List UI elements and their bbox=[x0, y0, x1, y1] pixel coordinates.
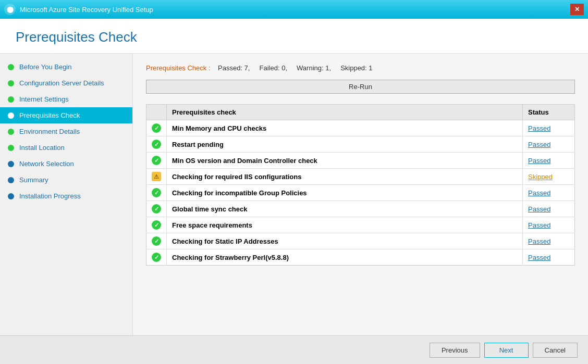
row-icon-0: ✓ bbox=[146, 120, 167, 136]
green-check-icon: ✓ bbox=[152, 156, 161, 165]
bottom-bar: Previous Next Cancel bbox=[0, 335, 588, 364]
summary-warning: Warning: 1, bbox=[297, 64, 331, 72]
green-check-icon: ✓ bbox=[152, 140, 161, 149]
summary-failed: Failed: 0, bbox=[260, 64, 287, 72]
title-bar: ⬤ Microsoft Azure Site Recovery Unified … bbox=[0, 0, 588, 19]
sidebar-label-internet-settings: Internet Settings bbox=[19, 95, 69, 103]
row-check-3: Checking for required IIS configurations bbox=[167, 169, 523, 185]
status-link-7[interactable]: Passed bbox=[528, 237, 550, 245]
status-link-0[interactable]: Passed bbox=[528, 124, 550, 132]
green-check-icon: ✓ bbox=[152, 253, 161, 262]
row-check-7: Checking for Static IP Addresses bbox=[167, 233, 523, 249]
sidebar-dot-internet-settings bbox=[8, 96, 14, 103]
row-icon-6: ✓ bbox=[146, 217, 167, 233]
row-status-4[interactable]: Passed bbox=[523, 185, 575, 201]
sidebar-label-prerequisites-check: Prerequisites Check bbox=[19, 111, 80, 119]
row-status-8[interactable]: Passed bbox=[523, 249, 575, 266]
row-status-0[interactable]: Passed bbox=[523, 120, 575, 136]
sidebar-dot-configuration-server bbox=[8, 80, 14, 86]
sidebar-dot-summary bbox=[8, 177, 14, 183]
sidebar-dot-prerequisites-check bbox=[8, 112, 14, 119]
table-row: ✓Free space requirementsPassed bbox=[146, 217, 575, 233]
green-check-icon: ✓ bbox=[152, 220, 161, 230]
sidebar-item-installation-progress[interactable]: Installation Progress bbox=[0, 188, 132, 204]
table-row: ✓Min Memory and CPU checksPassed bbox=[146, 120, 575, 136]
content-area: Before You BeginConfiguration Server Det… bbox=[0, 54, 588, 335]
sidebar-item-install-location[interactable]: Install Location bbox=[0, 140, 132, 156]
rerun-button[interactable]: Re-Run bbox=[146, 80, 575, 94]
green-check-icon: ✓ bbox=[152, 204, 161, 214]
sidebar-item-environment-details[interactable]: Environment Details bbox=[0, 123, 132, 140]
col-icon bbox=[146, 105, 167, 120]
sidebar: Before You BeginConfiguration Server Det… bbox=[0, 54, 133, 335]
table-row: ✓Global time sync checkPassed bbox=[146, 201, 575, 217]
status-link-4[interactable]: Passed bbox=[528, 189, 550, 197]
table-row: ✓Min OS version and Domain Controller ch… bbox=[146, 153, 575, 169]
summary-passed: Passed: 7, bbox=[218, 64, 250, 72]
row-status-5[interactable]: Passed bbox=[523, 201, 575, 217]
row-check-8: Checking for Strawberry Perl(v5.8.8) bbox=[167, 249, 523, 266]
row-check-5: Global time sync check bbox=[167, 201, 523, 217]
row-icon-8: ✓ bbox=[146, 249, 167, 266]
row-icon-4: ✓ bbox=[146, 185, 167, 201]
table-row: ✓Checking for Strawberry Perl(v5.8.8)Pas… bbox=[146, 249, 575, 266]
warning-icon: ⚠ bbox=[152, 172, 161, 181]
close-button[interactable]: ✕ bbox=[570, 4, 584, 15]
green-check-icon: ✓ bbox=[152, 123, 161, 133]
table-row: ✓Restart pendingPassed bbox=[146, 136, 575, 153]
table-row: ⚠Checking for required IIS configuration… bbox=[146, 169, 575, 185]
sidebar-item-internet-settings[interactable]: Internet Settings bbox=[0, 91, 132, 107]
col-check: Prerequisites check bbox=[167, 105, 523, 120]
row-icon-2: ✓ bbox=[146, 153, 167, 169]
title-bar-text: Microsoft Azure Site Recovery Unified Se… bbox=[20, 6, 153, 14]
row-status-2[interactable]: Passed bbox=[523, 153, 575, 169]
row-icon-3: ⚠ bbox=[146, 169, 167, 185]
row-icon-5: ✓ bbox=[146, 201, 167, 217]
row-check-2: Min OS version and Domain Controller che… bbox=[167, 153, 523, 169]
sidebar-item-network-selection[interactable]: Network Selection bbox=[0, 156, 132, 172]
row-icon-1: ✓ bbox=[146, 136, 167, 153]
sidebar-label-network-selection: Network Selection bbox=[19, 160, 74, 168]
sidebar-label-installation-progress: Installation Progress bbox=[19, 192, 81, 200]
col-status: Status bbox=[523, 105, 575, 120]
cancel-button[interactable]: Cancel bbox=[533, 343, 578, 358]
sidebar-dot-installation-progress bbox=[8, 193, 14, 199]
table-row: ✓Checking for Static IP AddressesPassed bbox=[146, 233, 575, 249]
row-status-6[interactable]: Passed bbox=[523, 217, 575, 233]
status-link-6[interactable]: Passed bbox=[528, 221, 550, 229]
row-check-1: Restart pending bbox=[167, 136, 523, 153]
table-row: ✓Checking for incompatible Group Policie… bbox=[146, 185, 575, 201]
sidebar-item-summary[interactable]: Summary bbox=[0, 172, 132, 188]
row-check-6: Free space requirements bbox=[167, 217, 523, 233]
row-status-7[interactable]: Passed bbox=[523, 233, 575, 249]
sidebar-item-before-you-begin[interactable]: Before You Begin bbox=[0, 59, 132, 75]
sidebar-dot-network-selection bbox=[8, 161, 14, 167]
main-content: Prerequisites Check : Passed: 7, Failed:… bbox=[133, 54, 588, 335]
sidebar-label-environment-details: Environment Details bbox=[19, 128, 80, 135]
page-title: Prerequisites Check bbox=[16, 29, 572, 45]
status-link-1[interactable]: Passed bbox=[528, 141, 550, 148]
main-window: Prerequisites Check Before You BeginConf… bbox=[0, 19, 588, 364]
check-summary: Prerequisites Check : Passed: 7, Failed:… bbox=[146, 64, 575, 72]
sidebar-dot-install-location bbox=[8, 145, 14, 151]
sidebar-item-prerequisites-check[interactable]: Prerequisites Check bbox=[0, 107, 132, 123]
sidebar-label-install-location: Install Location bbox=[19, 144, 65, 152]
next-button[interactable]: Next bbox=[484, 343, 529, 358]
app-icon: ⬤ bbox=[4, 4, 16, 15]
summary-skipped: Skipped: 1 bbox=[340, 64, 372, 72]
sidebar-dot-environment-details bbox=[8, 129, 14, 135]
sidebar-dot-before-you-begin bbox=[8, 64, 14, 70]
sidebar-item-configuration-server[interactable]: Configuration Server Details bbox=[0, 75, 132, 91]
status-link-3[interactable]: Skipped bbox=[528, 173, 553, 181]
row-status-3[interactable]: Skipped bbox=[523, 169, 575, 185]
status-link-2[interactable]: Passed bbox=[528, 157, 550, 165]
row-status-1[interactable]: Passed bbox=[523, 136, 575, 153]
check-table: Prerequisites check Status ✓Min Memory a… bbox=[146, 104, 575, 266]
row-icon-7: ✓ bbox=[146, 233, 167, 249]
sidebar-label-configuration-server: Configuration Server Details bbox=[19, 79, 104, 87]
green-check-icon: ✓ bbox=[152, 236, 161, 246]
status-link-8[interactable]: Passed bbox=[528, 254, 550, 261]
previous-button[interactable]: Previous bbox=[430, 343, 480, 358]
sidebar-label-summary: Summary bbox=[19, 176, 48, 184]
status-link-5[interactable]: Passed bbox=[528, 205, 550, 213]
